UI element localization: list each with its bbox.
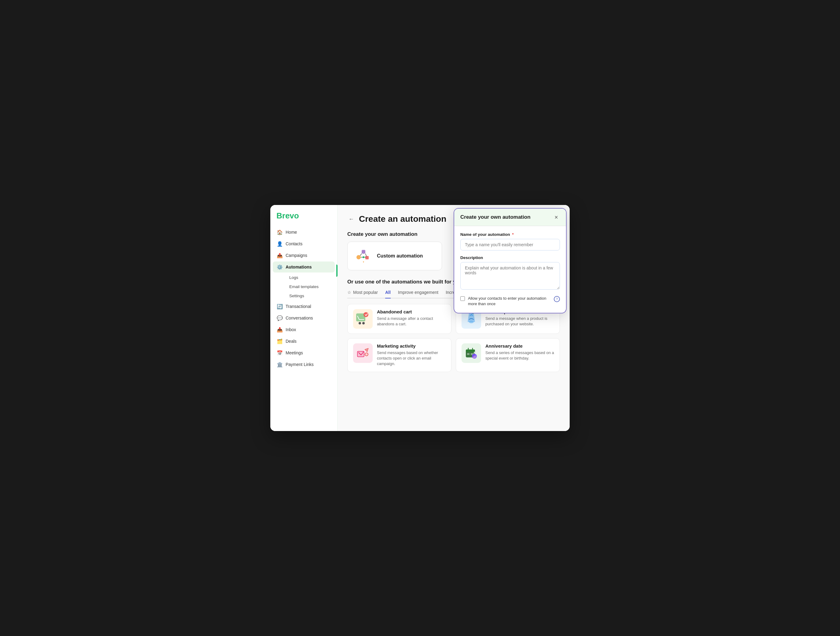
required-marker: * xyxy=(512,232,514,237)
custom-automation-icon xyxy=(355,248,372,265)
sidebar-item-label: Contacts xyxy=(286,241,302,246)
svg-rect-2 xyxy=(365,256,369,259)
automations-sub-nav: Logs Email templates Settings xyxy=(273,273,335,300)
custom-automation-card[interactable]: Custom automation xyxy=(347,241,442,270)
sidebar-item-label: Transactional xyxy=(286,304,311,309)
custom-automation-label: Custom automation xyxy=(377,253,423,259)
allow-reentry-checkbox[interactable] xyxy=(460,296,465,301)
abandoned-cart-title: Abandoned cart xyxy=(377,309,446,314)
automation-cards-grid: Abandoned cart Send a message after a co… xyxy=(347,304,560,372)
automations-icon: ⚙️ xyxy=(277,264,283,270)
contacts-icon: 👤 xyxy=(277,241,283,246)
marketing-activity-text: Marketing activity Send messages based o… xyxy=(377,343,446,367)
home-icon: 🏠 xyxy=(277,229,283,235)
abandoned-cart-text: Abandoned cart Send a message after a co… xyxy=(377,309,446,327)
sidebar-nav: 🏠 Home 👤 Contacts 📤 Campaigns ⚙️ Automat… xyxy=(270,227,337,370)
modal-title: Create your own automation xyxy=(460,214,531,220)
sidebar-item-inbox[interactable]: 📥 Inbox xyxy=(273,324,335,335)
product-purchase-desc: Send a message when a product is purchas… xyxy=(485,316,554,327)
modal-body: Name of your automation * Description Al… xyxy=(454,226,566,313)
sidebar-item-label: Campaigns xyxy=(286,253,307,258)
name-form-group: Name of your automation * xyxy=(460,232,560,251)
svg-point-13 xyxy=(363,312,368,317)
svg-point-14 xyxy=(469,321,474,323)
abandoned-cart-icon xyxy=(353,309,373,329)
sidebar-item-automations[interactable]: ⚙️ Automations xyxy=(273,262,335,273)
svg-point-1 xyxy=(357,255,361,259)
app-container: Brevo 🏠 Home 👤 Contacts 📤 Campaigns ⚙️ A… xyxy=(270,205,570,431)
svg-marker-9 xyxy=(363,262,364,263)
sidebar-item-campaigns[interactable]: 📤 Campaigns xyxy=(273,250,335,261)
deals-icon: 🗂️ xyxy=(277,338,283,344)
anniversary-date-text: Anniversary date Send a series of messag… xyxy=(485,343,554,361)
automation-card-abandoned-cart[interactable]: Abandoned cart Send a message after a co… xyxy=(347,304,452,334)
filter-tab-improve-engagement[interactable]: Improve engagement xyxy=(398,290,438,298)
filter-tab-most-popular[interactable]: ☆ Most popular xyxy=(347,290,378,298)
automation-description-textarea[interactable] xyxy=(460,262,560,290)
modal-close-button[interactable]: × xyxy=(553,213,560,221)
sidebar-sub-item-settings[interactable]: Settings xyxy=(285,292,335,300)
sidebar: Brevo 🏠 Home 👤 Contacts 📤 Campaigns ⚙️ A… xyxy=(270,205,338,431)
sidebar-item-label: Deals xyxy=(286,339,297,344)
marketing-activity-desc: Send messages based on whether contacts … xyxy=(377,350,446,367)
page-title: Create an automation xyxy=(359,214,446,224)
meetings-icon: 📅 xyxy=(277,350,283,355)
svg-rect-23 xyxy=(467,353,469,355)
star-icon: ☆ xyxy=(347,290,351,295)
sidebar-sub-item-logs[interactable]: Logs xyxy=(285,273,335,282)
svg-line-5 xyxy=(365,254,366,256)
modal-header: Create your own automation × xyxy=(454,208,566,226)
back-button[interactable]: ← xyxy=(347,215,355,224)
svg-point-11 xyxy=(358,322,361,324)
anniversary-date-title: Anniversary date xyxy=(485,343,554,349)
allow-reentry-text: Allow your contacts to enter your automa… xyxy=(468,296,551,307)
sidebar-item-contacts[interactable]: 👤 Contacts xyxy=(273,238,335,249)
sidebar-item-conversations[interactable]: 💬 Conversations xyxy=(273,312,335,324)
sidebar-item-meetings[interactable]: 📅 Meetings xyxy=(273,347,335,358)
transactional-icon: 🔄 xyxy=(277,304,283,309)
name-label: Name of your automation * xyxy=(460,232,560,237)
automation-name-input[interactable] xyxy=(460,239,560,251)
conversations-icon: 💬 xyxy=(277,315,283,321)
sidebar-item-label: Conversations xyxy=(286,316,313,320)
anniversary-date-desc: Send a series of messages based on a spe… xyxy=(485,350,554,361)
svg-point-27 xyxy=(473,357,475,358)
allow-reentry-label[interactable]: Allow your contacts to enter your automa… xyxy=(460,296,551,307)
sidebar-item-transactional[interactable]: 🔄 Transactional xyxy=(273,301,335,312)
anniversary-date-icon xyxy=(461,343,481,363)
svg-point-3 xyxy=(363,256,365,258)
marketing-activity-icon xyxy=(353,343,373,363)
svg-rect-20 xyxy=(466,349,475,352)
sidebar-item-home[interactable]: 🏠 Home xyxy=(273,227,335,238)
campaigns-icon: 📤 xyxy=(277,253,283,258)
sidebar-item-label: Home xyxy=(286,230,297,235)
sidebar-item-label: Automations xyxy=(286,265,312,270)
automation-card-marketing-activity[interactable]: Marketing activity Send messages based o… xyxy=(347,338,452,372)
abandoned-cart-desc: Send a message after a contact abandons … xyxy=(377,316,446,327)
svg-line-4 xyxy=(360,254,362,256)
sidebar-sub-item-email-templates[interactable]: Email templates xyxy=(285,282,335,291)
help-icon[interactable]: ? xyxy=(554,296,560,302)
description-form-group: Description xyxy=(460,256,560,291)
sidebar-item-deals[interactable]: 🗂️ Deals xyxy=(273,336,335,347)
description-label: Description xyxy=(460,256,560,260)
app-logo: Brevo xyxy=(270,211,337,227)
marketing-activity-title: Marketing activity xyxy=(377,343,446,349)
payment-links-icon: 🏛️ xyxy=(277,362,283,367)
sidebar-item-label: Inbox xyxy=(286,327,296,332)
sidebar-item-label: Meetings xyxy=(286,350,303,355)
automation-card-anniversary-date[interactable]: Anniversary date Send a series of messag… xyxy=(456,338,560,372)
svg-point-12 xyxy=(362,322,365,324)
checkbox-row: Allow your contacts to enter your automa… xyxy=(460,296,560,307)
sidebar-item-payment-links[interactable]: 🏛️ Payment Links xyxy=(273,359,335,370)
inbox-icon: 📥 xyxy=(277,327,283,332)
create-automation-modal: Create your own automation × Name of you… xyxy=(453,208,567,313)
svg-point-18 xyxy=(365,353,368,356)
filter-tab-all[interactable]: All xyxy=(385,290,391,298)
sidebar-item-label: Payment Links xyxy=(286,362,314,367)
